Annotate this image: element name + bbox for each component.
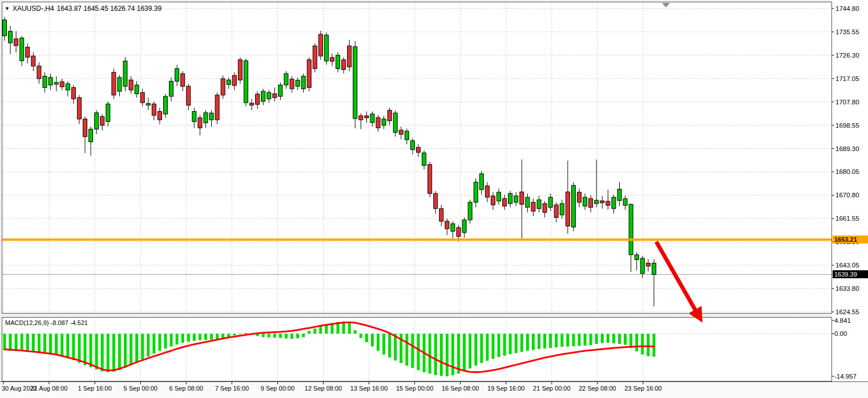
macd-histogram-bar (377, 334, 380, 351)
candle-body (66, 84, 70, 90)
candle-body (71, 87, 75, 99)
macd-histogram-bar (641, 334, 644, 355)
candle-body (60, 82, 64, 87)
candle-body (600, 201, 604, 203)
macd-histogram-bar (543, 334, 546, 348)
macd-histogram-bar (262, 334, 265, 337)
macd-histogram-bar (141, 334, 144, 359)
candle-body (583, 197, 587, 206)
time-axis-label: 1 Sep 16:00 (78, 385, 111, 392)
macd-histogram-bar (15, 334, 18, 351)
macd-histogram-bar (411, 334, 414, 368)
macd-histogram-bar (480, 334, 483, 363)
candle (324, 33, 328, 65)
candle-body (520, 192, 524, 205)
symbol-dropdown-arrow-icon[interactable]: ▼ (5, 6, 10, 11)
candle-body (548, 197, 552, 208)
macd-histogram-bar (152, 334, 155, 354)
candle-body (434, 193, 438, 209)
price-axis-label: 1633.80 (835, 285, 859, 292)
candle (313, 43, 317, 72)
macd-histogram-bar (308, 331, 310, 334)
macd-histogram-bar (647, 334, 649, 356)
macd-histogram-bar (486, 334, 488, 361)
main-panel-background[interactable] (2, 2, 832, 314)
candle-body (198, 118, 202, 128)
candle-body (169, 81, 173, 96)
macd-histogram-bar (176, 334, 179, 344)
candle-body (370, 114, 374, 123)
candle-body (652, 263, 656, 275)
candle-body (112, 72, 116, 95)
candle-body (221, 79, 225, 95)
candle-body (417, 147, 421, 152)
hline-price-tag[interactable]: 1653.21 (833, 235, 868, 243)
macd-histogram-bar (290, 334, 293, 339)
macd-histogram-bar (101, 334, 104, 371)
candle-body (106, 104, 110, 121)
candle-body (387, 110, 391, 121)
candle (221, 75, 225, 99)
macd-histogram-bar (66, 334, 69, 358)
candle-body (405, 131, 409, 140)
chart-shift-marker-icon[interactable] (662, 3, 670, 7)
price-axis-label: 1735.55 (835, 29, 859, 35)
candle-body (514, 196, 518, 202)
macd-histogram-bar (532, 334, 535, 350)
macd-histogram-bar (469, 334, 471, 368)
macd-axis-label: 4.841 (834, 317, 851, 324)
candle-body (49, 78, 53, 85)
macd-histogram-bar (463, 334, 466, 371)
macd-histogram-bar (474, 334, 477, 365)
candle-body (382, 119, 386, 125)
macd-histogram-bar (555, 334, 558, 347)
macd-histogram-bar (72, 334, 75, 360)
candle-body (566, 192, 570, 226)
candle-body (163, 96, 167, 114)
candle-body (100, 116, 104, 125)
candle-body (95, 113, 99, 129)
chart-canvas[interactable]: 1744.801735.551726.301717.051707.801698.… (0, 0, 868, 398)
bid-price-tag: 1639.39 (833, 270, 868, 278)
macd-histogram-bar (43, 334, 46, 354)
candle-body (537, 200, 541, 208)
candle-body (457, 228, 461, 236)
time-axis-label: 15 Sep 00:00 (396, 385, 433, 392)
macd-histogram-bar (624, 334, 627, 345)
candle (318, 31, 322, 60)
candle (571, 182, 575, 231)
candle-body (635, 255, 639, 259)
candle-body (37, 66, 41, 79)
macd-histogram-bar (239, 334, 241, 334)
macd-histogram-bar (268, 334, 271, 338)
macd-histogram-bar (371, 334, 374, 347)
time-axis-label: 21 Sep 00:00 (533, 385, 570, 392)
price-axis-label: 1661.55 (835, 215, 859, 222)
candle-body (20, 38, 24, 61)
macd-histogram-bar (83, 334, 86, 365)
candle-body (278, 85, 282, 96)
candle (238, 57, 242, 83)
macd-histogram-bar (348, 322, 351, 334)
macd-histogram-bar (210, 334, 213, 340)
macd-histogram-bar (302, 334, 305, 337)
time-axis-label: 12 Sep 08:00 (305, 385, 342, 392)
candle-body (554, 205, 558, 217)
macd-histogram-bar (319, 326, 322, 334)
macd-histogram-bar (107, 334, 110, 372)
macd-histogram-bar (417, 334, 420, 370)
candle-body (238, 60, 242, 80)
macd-histogram-bar (382, 334, 385, 355)
candle-body (468, 202, 472, 220)
candle-body (43, 76, 47, 88)
candle-body (399, 130, 403, 134)
chart-window: 1744.801735.551726.301717.051707.801698.… (0, 0, 868, 398)
candle (112, 68, 116, 99)
candle-body (376, 117, 380, 128)
macd-histogram-bar (199, 334, 201, 340)
macd-histogram-bar (595, 334, 598, 344)
macd-histogram-bar (451, 334, 454, 375)
candle-body (261, 91, 265, 101)
macd-histogram-bar (3, 334, 6, 350)
candle-body (9, 31, 13, 43)
